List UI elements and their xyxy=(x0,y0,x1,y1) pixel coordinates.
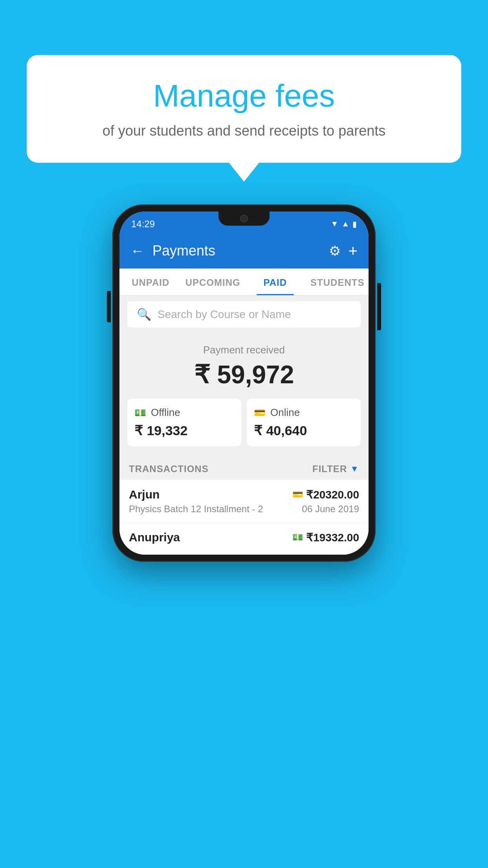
tab-paid[interactable]: PAID xyxy=(244,268,306,295)
filter-button[interactable]: FILTER ▼ xyxy=(312,463,359,474)
tab-unpaid[interactable]: UNPAID xyxy=(119,268,182,295)
transaction-row-top: Anupriya 💵 ₹19332.00 xyxy=(129,531,359,544)
tab-upcoming[interactable]: UPCOMING xyxy=(182,268,244,295)
transaction-row[interactable]: Arjun 💳 ₹20320.00 Physics Batch 12 Insta… xyxy=(119,480,369,523)
add-button[interactable]: + xyxy=(349,242,358,260)
header-title: Payments xyxy=(152,243,321,259)
transaction-row-bottom: Physics Batch 12 Installment - 2 06 June… xyxy=(129,504,359,515)
tab-students[interactable]: STUDENTS xyxy=(306,268,369,295)
tabs-bar: UNPAID UPCOMING PAID STUDENTS xyxy=(119,268,369,296)
payment-received-label: Payment received xyxy=(127,344,361,356)
transactions-label: TRANSACTIONS xyxy=(129,463,209,474)
transaction-amount: 💵 ₹19332.00 xyxy=(292,531,359,544)
app-header: ← Payments ⚙ + xyxy=(119,233,369,268)
signal-icon: ▲ xyxy=(341,219,349,228)
search-section: 🔍 Search by Course or Name xyxy=(119,296,369,333)
offline-card-header: 💵 Offline xyxy=(134,406,234,419)
online-label: Online xyxy=(270,406,300,419)
cash-payment-icon: 💵 xyxy=(292,532,303,542)
cash-icon: 💵 xyxy=(134,407,146,418)
offline-label: Offline xyxy=(151,406,180,419)
card-icon: 💳 xyxy=(254,407,266,418)
phone-notch xyxy=(218,211,270,226)
offline-amount: ₹ 19,332 xyxy=(134,423,234,438)
transaction-date: 06 June 2019 xyxy=(302,504,359,515)
payment-cards: 💵 Offline ₹ 19,332 💳 Online ₹ 40,640 xyxy=(127,399,361,446)
search-input[interactable]: Search by Course or Name xyxy=(158,308,291,321)
filter-icon: ▼ xyxy=(350,464,359,474)
phone-outer: 14:29 ▼ ▲ ▮ ← Payments ⚙ + UNPAID xyxy=(112,204,376,562)
transaction-course: Physics Batch 12 Installment - 2 xyxy=(129,504,263,515)
transaction-amount: 💳 ₹20320.00 xyxy=(292,488,359,501)
speech-bubble-section: Manage fees of your students and send re… xyxy=(27,55,461,163)
transaction-name: Arjun xyxy=(129,488,160,501)
status-icons: ▼ ▲ ▮ xyxy=(330,219,357,229)
bubble-title: Manage fees xyxy=(50,79,438,113)
online-card-header: 💳 Online xyxy=(254,406,354,419)
search-box[interactable]: 🔍 Search by Course or Name xyxy=(127,301,361,327)
phone-mockup: 14:29 ▼ ▲ ▮ ← Payments ⚙ + UNPAID xyxy=(112,204,376,562)
offline-card: 💵 Offline ₹ 19,332 xyxy=(127,399,241,446)
back-button[interactable]: ← xyxy=(130,243,145,259)
settings-button[interactable]: ⚙ xyxy=(329,243,341,259)
payment-summary: Payment received ₹ 59,972 💵 Offline ₹ 19… xyxy=(119,333,369,456)
battery-icon: ▮ xyxy=(352,219,357,229)
transaction-name: Anupriya xyxy=(129,531,180,544)
search-icon: 🔍 xyxy=(137,307,151,321)
transaction-row-top: Arjun 💳 ₹20320.00 xyxy=(129,488,359,501)
phone-screen: 14:29 ▼ ▲ ▮ ← Payments ⚙ + UNPAID xyxy=(119,211,369,555)
front-camera xyxy=(240,215,248,223)
card-payment-icon: 💳 xyxy=(292,489,303,500)
status-time: 14:29 xyxy=(131,219,155,230)
wifi-icon: ▼ xyxy=(330,219,338,228)
online-amount: ₹ 40,640 xyxy=(254,423,354,438)
online-card: 💳 Online ₹ 40,640 xyxy=(247,399,361,446)
payment-total-amount: ₹ 59,972 xyxy=(127,360,361,389)
transaction-row[interactable]: Anupriya 💵 ₹19332.00 xyxy=(119,523,369,555)
bubble-subtitle: of your students and send receipts to pa… xyxy=(50,123,438,139)
speech-bubble: Manage fees of your students and send re… xyxy=(27,55,461,163)
transactions-header: TRANSACTIONS FILTER ▼ xyxy=(119,456,369,480)
